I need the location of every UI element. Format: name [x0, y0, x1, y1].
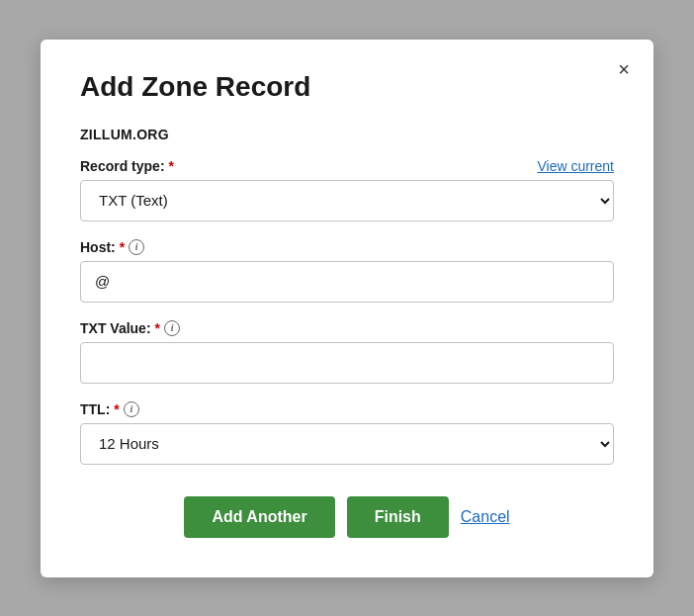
txt-value-group: TXT Value: * i v=spf1 include:zoho.com ~…	[80, 320, 614, 384]
add-another-button[interactable]: Add Another	[184, 496, 334, 538]
ttl-required: *	[114, 401, 119, 417]
record-type-group: Record type: * View current TXT (Text)	[80, 158, 614, 221]
txt-value-label: TXT Value: * i	[80, 320, 614, 336]
txt-value-info-icon[interactable]: i	[164, 320, 180, 336]
record-type-select[interactable]: TXT (Text)	[80, 180, 614, 221]
modal-overlay: × Add Zone Record ZILLUM.ORG Record type…	[0, 0, 694, 616]
actions-bar: Add Another Finish Cancel	[80, 496, 614, 538]
record-type-label: Record type: *	[80, 158, 174, 174]
view-current-button[interactable]: View current	[537, 158, 614, 174]
finish-button[interactable]: Finish	[347, 496, 449, 538]
cancel-button[interactable]: Cancel	[461, 508, 510, 526]
host-required: *	[120, 239, 125, 255]
modal-title: Add Zone Record	[80, 71, 614, 103]
host-info-icon[interactable]: i	[129, 239, 144, 255]
modal-dialog: × Add Zone Record ZILLUM.ORG Record type…	[41, 40, 653, 577]
close-button[interactable]: ×	[610, 55, 638, 83]
ttl-group: TTL: * i 12 Hours	[80, 401, 614, 465]
host-group: Host: * i	[80, 239, 614, 303]
ttl-label: TTL: * i	[80, 401, 614, 417]
txt-value-required: *	[155, 320, 160, 336]
domain-label: ZILLUM.ORG	[80, 127, 614, 142]
record-type-required: *	[169, 158, 174, 174]
ttl-select[interactable]: 12 Hours	[80, 423, 614, 465]
record-type-header: Record type: * View current	[80, 158, 614, 174]
ttl-info-icon[interactable]: i	[124, 401, 139, 417]
txt-value-input[interactable]: v=spf1 include:zoho.com ~all	[80, 342, 614, 384]
host-input[interactable]	[80, 261, 614, 303]
host-label: Host: * i	[80, 239, 614, 255]
